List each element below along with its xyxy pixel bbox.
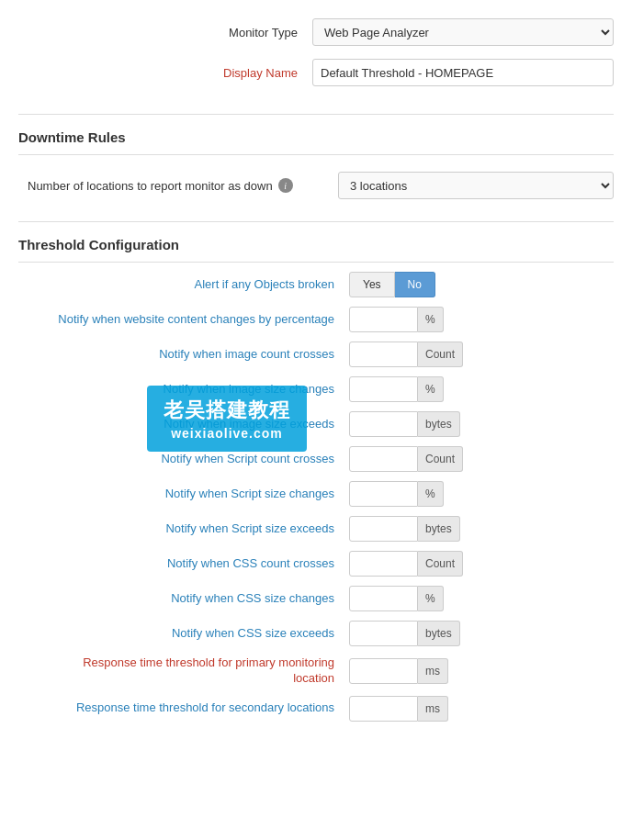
script-size-exceeds-unit: bytes [418,516,460,542]
css-count-controls: Count [349,551,463,577]
content-change-row: Notify when website content changes by p… [18,307,614,332]
css-count-label: Notify when CSS count crosses [18,556,349,572]
css-size-exceeds-input[interactable] [349,621,418,646]
downtime-row: Number of locations to report monitor as… [18,164,614,207]
response-secondary-input[interactable] [349,696,418,722]
threshold-section: Threshold Configuration Alert if any Obj… [18,231,614,722]
css-size-change-controls: % [349,586,444,611]
image-count-input[interactable] [349,342,418,367]
script-size-change-row: Notify when Script size changes % [18,481,614,507]
alert-objects-no[interactable]: No [395,272,435,297]
downtime-label: Number of locations to report monitor as… [18,178,338,193]
image-size-exceeds-input[interactable] [349,411,418,437]
css-count-unit: Count [418,551,463,577]
image-count-controls: Count [349,342,463,367]
monitor-type-row: Monitor Type Web Page Analyzer [18,18,614,46]
script-count-controls: Count [349,446,463,472]
content-change-label: Notify when website content changes by p… [18,312,349,328]
script-size-exceeds-label: Notify when Script size exceeds [18,521,349,537]
display-name-input[interactable] [312,59,614,86]
divider-1 [18,114,614,115]
css-count-row: Notify when CSS count crosses Count [18,551,614,577]
display-name-label: Display Name [18,66,312,80]
image-count-unit: Count [418,342,463,367]
css-size-exceeds-label: Notify when CSS size exceeds [18,626,349,642]
threshold-title: Threshold Configuration [18,231,614,252]
downtime-select-wrap: 1 location 2 locations 3 locations 4 loc… [338,172,614,199]
response-primary-label: Response time threshold for primary moni… [18,655,349,687]
response-secondary-label: Response time threshold for secondary lo… [18,700,349,716]
monitor-type-control: Web Page Analyzer [312,18,614,46]
css-count-input[interactable] [349,551,418,577]
monitor-type-select[interactable]: Web Page Analyzer [312,18,614,46]
response-primary-controls: ms [349,658,448,684]
response-secondary-row: Response time threshold for secondary lo… [18,696,614,722]
response-secondary-unit: ms [418,696,448,722]
alert-objects-controls: Yes No [349,272,435,297]
image-size-exceeds-row: Notify when image size exceeds bytes [18,411,614,437]
divider-3 [18,221,614,222]
script-size-change-controls: % [349,481,444,507]
alert-objects-label: Alert if any Objects broken [18,277,349,293]
downtime-section: Downtime Rules Number of locations to re… [18,124,614,207]
display-name-row: Display Name [18,59,614,86]
css-size-change-unit: % [418,586,444,611]
top-section: Monitor Type Web Page Analyzer Display N… [18,9,614,108]
css-size-change-input[interactable] [349,586,418,611]
response-primary-unit: ms [418,658,448,684]
response-primary-row: Response time threshold for primary moni… [18,655,614,687]
image-size-change-controls: % [349,376,444,402]
script-size-exceeds-row: Notify when Script size exceeds bytes [18,516,614,542]
css-size-change-row: Notify when CSS size changes % [18,586,614,611]
divider-2 [18,154,614,155]
content-change-controls: % [349,307,444,332]
alert-objects-yes[interactable]: Yes [349,272,395,297]
image-size-change-unit: % [418,376,444,402]
divider-4 [18,262,614,263]
response-secondary-controls: ms [349,696,448,722]
css-size-change-label: Notify when CSS size changes [18,591,349,607]
monitor-type-label: Monitor Type [18,26,312,39]
script-size-change-input[interactable] [349,481,418,507]
script-size-exceeds-input[interactable] [349,516,418,542]
image-size-exceeds-label: Notify when image size exceeds [18,417,349,432]
info-icon[interactable]: i [278,178,293,193]
content-change-unit: % [418,307,444,332]
image-count-label: Notify when image count crosses [18,347,349,363]
script-count-input[interactable] [349,446,418,472]
content-change-input[interactable] [349,307,418,332]
display-name-control [312,59,614,86]
image-count-row: Notify when image count crosses Count [18,342,614,367]
script-count-unit: Count [418,446,463,472]
script-size-change-label: Notify when Script size changes [18,487,349,502]
downtime-title: Downtime Rules [18,124,614,145]
script-count-label: Notify when Script count crosses [18,452,349,467]
css-size-exceeds-controls: bytes [349,621,460,646]
image-size-exceeds-controls: bytes [349,411,460,437]
script-size-exceeds-controls: bytes [349,516,460,542]
downtime-select[interactable]: 1 location 2 locations 3 locations 4 loc… [338,172,614,199]
css-size-exceeds-row: Notify when CSS size exceeds bytes [18,621,614,646]
image-size-change-input[interactable] [349,376,418,402]
css-size-exceeds-unit: bytes [418,621,460,646]
response-primary-input[interactable] [349,658,418,684]
image-size-exceeds-unit: bytes [418,411,460,437]
script-count-row: Notify when Script count crosses Count [18,446,614,472]
image-size-change-label: Notify when image size changes [18,382,349,398]
script-size-change-unit: % [418,481,444,507]
image-size-change-row: Notify when image size changes % [18,376,614,402]
alert-objects-row: Alert if any Objects broken Yes No [18,272,614,297]
